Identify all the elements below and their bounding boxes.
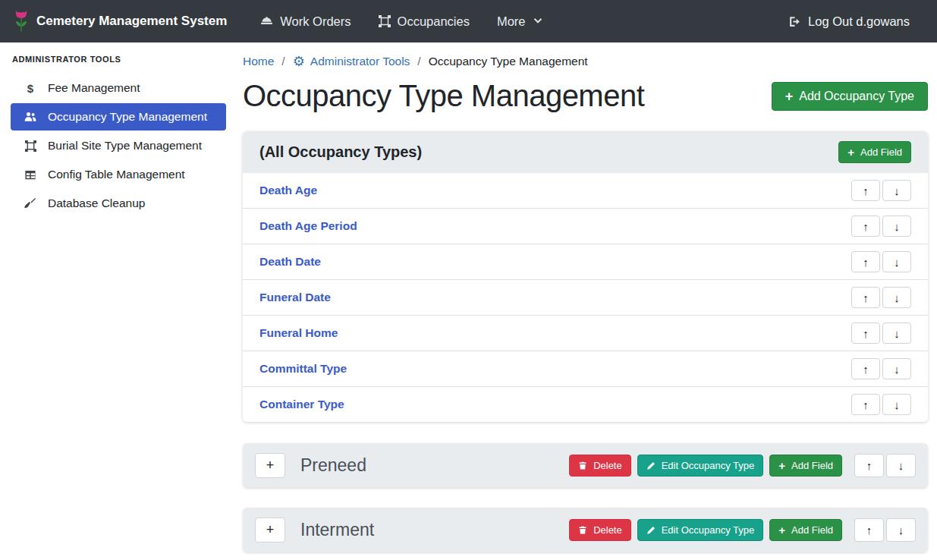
sidebar-item-occupancy-type-management[interactable]: Occupancy Type Management [11,103,226,131]
move-down-button[interactable]: ↓ [882,287,911,308]
arrow-down-icon: ↓ [894,220,900,233]
breadcrumb-admin-tools-link[interactable]: ⚙ Administrator Tools [293,55,410,68]
reorder-buttons: ↑ ↓ [854,454,916,477]
move-up-button[interactable]: ↑ [851,180,880,201]
move-down-button[interactable]: ↓ [882,180,911,201]
move-down-button[interactable]: ↓ [886,454,916,477]
delete-button[interactable]: Delete [569,519,631,541]
logout-button[interactable]: Log Out d.gowans [775,14,923,29]
sidebar-heading: Administrator Tools [12,55,226,64]
nav-links: Work Orders Occupancies More [247,14,556,29]
move-up-button[interactable]: ↑ [851,394,880,415]
move-down-button[interactable]: ↓ [882,358,911,379]
button-label: Delete [593,524,622,536]
nav-item-more[interactable]: More [483,14,557,29]
delete-button[interactable]: Delete [569,455,631,477]
users-icon [23,111,38,123]
arrow-up-icon: ↑ [866,524,873,536]
field-link[interactable]: Funeral Date [259,291,331,304]
trash-icon [578,461,587,470]
breadcrumb-home-link[interactable]: Home [243,55,274,68]
field-link[interactable]: Death Date [259,255,321,269]
field-row: Funeral Date ↑ ↓ [243,280,928,316]
pencil-icon [646,526,656,535]
field-link[interactable]: Container Type [259,398,344,411]
plus-icon: + [778,524,785,536]
add-field-button[interactable]: + Add Field [769,455,842,477]
field-row: Funeral Home ↑ ↓ [243,316,928,351]
field-row: Death Age Period ↑ ↓ [243,209,928,244]
reorder-buttons: ↑ ↓ [851,180,911,201]
trash-icon [578,525,587,535]
button-label: Add Field [860,146,902,158]
sidebar-item-label: Fee Management [48,81,140,95]
arrow-up-icon: ↑ [863,398,869,411]
page-header: Occupancy Type Management + Add Occupanc… [243,79,928,113]
reorder-buttons: ↑ ↓ [854,518,916,542]
broom-icon [23,197,38,209]
move-down-button[interactable]: ↓ [882,394,911,415]
nav-item-label: More [497,14,526,29]
top-navbar: Cemetery Management System Work Orders [0,0,937,42]
reorder-buttons: ↑ ↓ [851,394,911,415]
move-up-button[interactable]: ↑ [851,322,880,344]
add-field-button[interactable]: + Add Field [769,519,842,541]
add-field-button[interactable]: + Add Field [838,141,911,163]
sidebar-item-config-table-management[interactable]: Config Table Management [11,161,226,188]
sidebar-item-label: Database Cleanup [48,197,145,210]
button-label: Add Occupancy Type [799,90,914,103]
move-down-button[interactable]: ↓ [882,216,911,237]
plus-icon: + [778,460,785,471]
section-actions: Delete Edit Occupancy Type + Add Field ↑ [569,518,916,542]
logo-flower-icon [14,10,29,33]
app-brand[interactable]: Cemetery Management System [14,10,227,33]
button-label: Edit Occupancy Type [662,524,755,536]
navbar-right: Log Out d.gowans [775,14,923,29]
move-up-button[interactable]: ↑ [854,454,884,477]
move-up-button[interactable]: ↑ [851,216,880,237]
move-up-button[interactable]: ↑ [851,251,880,272]
field-link[interactable]: Death Age Period [259,219,357,233]
add-occupancy-type-button[interactable]: + Add Occupancy Type [772,82,928,111]
move-down-button[interactable]: ↓ [882,251,911,272]
breadcrumb-separator: / [281,55,285,68]
button-label: Delete [593,460,622,471]
expand-section-button[interactable]: + [255,518,285,543]
occupancy-type-section-interment: + Interment Delete [243,508,928,552]
occupancy-type-section-preneed: + Preneed Delete [243,443,928,488]
expand-section-button[interactable]: + [255,453,285,478]
button-label: Add Field [791,524,833,536]
field-link[interactable]: Committal Type [259,362,347,376]
move-up-button[interactable]: ↑ [851,358,880,379]
move-up-button[interactable]: ↑ [851,287,880,308]
move-down-button[interactable]: ↓ [886,518,916,542]
move-up-button[interactable]: ↑ [854,518,884,542]
sidebar-item-label: Occupancy Type Management [48,110,207,124]
reorder-buttons: ↑ ↓ [851,358,911,379]
section-title: Preneed [300,455,366,476]
nav-item-label: Occupancies [398,14,470,29]
arrow-up-icon: ↑ [866,459,873,472]
field-link[interactable]: Death Age [259,184,317,197]
plus-icon: + [785,90,794,103]
sidebar-item-database-cleanup[interactable]: Database Cleanup [11,190,226,217]
field-row: Committal Type ↑ ↓ [243,351,928,387]
logout-icon [788,15,801,28]
sidebar-item-fee-management[interactable]: $ Fee Management [11,74,226,102]
move-down-button[interactable]: ↓ [882,322,911,344]
main-content: Home / ⚙ Administrator Tools / Occupancy… [234,42,937,560]
sidebar-item-burial-site-type-management[interactable]: Burial Site Type Management [11,132,226,159]
edit-occupancy-type-button[interactable]: Edit Occupancy Type [637,519,764,541]
plus-icon: + [266,522,275,538]
field-row: Death Date ↑ ↓ [243,244,928,280]
breadcrumb-separator: / [417,55,420,68]
breadcrumb-label: Home [243,55,274,68]
edit-occupancy-type-button[interactable]: Edit Occupancy Type [637,455,764,477]
nav-item-work-orders[interactable]: Work Orders [247,14,364,29]
nav-item-occupancies[interactable]: Occupancies [365,14,483,29]
nav-item-label: Work Orders [280,14,351,29]
arrow-up-icon: ↑ [863,256,869,269]
field-link[interactable]: Funeral Home [259,326,338,340]
gear-icon: ⚙ [293,55,305,68]
all-occupancy-types-card: (All Occupancy Types) + Add Field Death … [243,131,928,422]
